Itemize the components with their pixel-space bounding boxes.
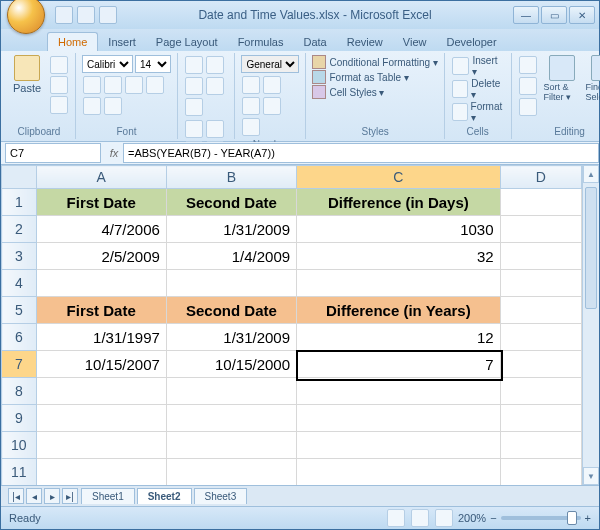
align-bottom-icon[interactable] — [185, 77, 203, 95]
cell-C9[interactable] — [297, 405, 501, 432]
cell-B2[interactable]: 1/31/2009 — [166, 216, 296, 243]
fx-icon[interactable]: fx — [105, 147, 123, 159]
row-header-1[interactable]: 1 — [2, 189, 37, 216]
number-format-select[interactable]: General — [241, 55, 299, 73]
cell-D9[interactable] — [500, 405, 581, 432]
cell-C1[interactable]: Difference (in Days) — [297, 189, 501, 216]
wrap-text-icon[interactable] — [185, 98, 203, 116]
office-button[interactable] — [7, 0, 45, 34]
tab-home[interactable]: Home — [47, 32, 98, 51]
tab-page-layout[interactable]: Page Layout — [146, 33, 228, 51]
tab-nav-prev-icon[interactable]: ◂ — [26, 488, 42, 504]
cell-D3[interactable] — [500, 243, 581, 270]
row-header-5[interactable]: 5 — [2, 297, 37, 324]
sheet-tab-sheet3[interactable]: Sheet3 — [194, 488, 248, 504]
copy-icon[interactable] — [50, 76, 68, 94]
align-top-icon[interactable] — [185, 56, 203, 74]
zoom-out-button[interactable]: − — [490, 512, 496, 524]
cell-D10[interactable] — [500, 432, 581, 459]
cell-A8[interactable] — [36, 378, 166, 405]
clear-icon[interactable] — [519, 98, 537, 116]
vertical-scrollbar[interactable]: ▲ ▼ — [582, 165, 599, 485]
font-size-select[interactable]: 14 — [135, 55, 171, 73]
bold-icon[interactable] — [83, 76, 101, 94]
fill-color-icon[interactable] — [83, 97, 101, 115]
col-header-A[interactable]: A — [36, 166, 166, 189]
cell-A11[interactable] — [36, 459, 166, 486]
cell-C2[interactable]: 1030 — [297, 216, 501, 243]
align-middle-icon[interactable] — [206, 56, 224, 74]
col-header-B[interactable]: B — [166, 166, 296, 189]
cell-D4[interactable] — [500, 270, 581, 297]
zoom-slider[interactable] — [501, 516, 581, 520]
format-as-table-button[interactable]: Format as Table ▾ — [312, 70, 408, 84]
qat-save-icon[interactable] — [55, 6, 73, 24]
row-header-10[interactable]: 10 — [2, 432, 37, 459]
col-header-C[interactable]: C — [297, 166, 501, 189]
tab-data[interactable]: Data — [293, 33, 336, 51]
cell-C10[interactable] — [297, 432, 501, 459]
align-left-icon[interactable] — [185, 120, 203, 138]
scroll-down-icon[interactable]: ▼ — [583, 467, 599, 485]
row-header-2[interactable]: 2 — [2, 216, 37, 243]
paste-button[interactable]: Paste — [9, 55, 45, 94]
dec-decimal-icon[interactable] — [242, 118, 260, 136]
cell-C3[interactable]: 32 — [297, 243, 501, 270]
minimize-button[interactable]: — — [513, 6, 539, 24]
insert-cells-button[interactable]: Insert ▾ — [451, 55, 505, 77]
fill-icon[interactable] — [519, 77, 537, 95]
cell-A5[interactable]: First Date — [36, 297, 166, 324]
cell-D6[interactable] — [500, 324, 581, 351]
cell-C6[interactable]: 12 — [297, 324, 501, 351]
row-header-3[interactable]: 3 — [2, 243, 37, 270]
font-name-select[interactable]: Calibri — [82, 55, 133, 73]
cut-icon[interactable] — [50, 56, 68, 74]
col-header-D[interactable]: D — [500, 166, 581, 189]
find-select-button[interactable]: Find & Select ▾ — [586, 55, 600, 102]
inc-decimal-icon[interactable] — [263, 97, 281, 115]
name-box[interactable]: C7 — [5, 143, 101, 163]
scroll-track[interactable] — [583, 183, 599, 467]
currency-icon[interactable] — [242, 76, 260, 94]
cell-C5[interactable]: Difference (in Years) — [297, 297, 501, 324]
cell-D11[interactable] — [500, 459, 581, 486]
tab-nav-last-icon[interactable]: ▸| — [62, 488, 78, 504]
tab-insert[interactable]: Insert — [98, 33, 146, 51]
cell-A6[interactable]: 1/31/1997 — [36, 324, 166, 351]
cell-B10[interactable] — [166, 432, 296, 459]
cell-A1[interactable]: First Date — [36, 189, 166, 216]
align-center-icon[interactable] — [206, 120, 224, 138]
tab-nav-next-icon[interactable]: ▸ — [44, 488, 60, 504]
row-header-9[interactable]: 9 — [2, 405, 37, 432]
close-button[interactable]: ✕ — [569, 6, 595, 24]
underline-icon[interactable] — [125, 76, 143, 94]
cell-D2[interactable] — [500, 216, 581, 243]
cell-B3[interactable]: 1/4/2009 — [166, 243, 296, 270]
cell-B5[interactable]: Second Date — [166, 297, 296, 324]
font-color-icon[interactable] — [104, 97, 122, 115]
border-icon[interactable] — [146, 76, 164, 94]
cell-A7[interactable]: 10/15/2007 — [36, 351, 166, 378]
scroll-up-icon[interactable]: ▲ — [583, 165, 599, 183]
cell-B8[interactable] — [166, 378, 296, 405]
conditional-formatting-button[interactable]: Conditional Formatting ▾ — [312, 55, 437, 69]
tab-view[interactable]: View — [393, 33, 437, 51]
cell-styles-button[interactable]: Cell Styles ▾ — [312, 85, 384, 99]
cell-D5[interactable] — [500, 297, 581, 324]
row-header-6[interactable]: 6 — [2, 324, 37, 351]
format-painter-icon[interactable] — [50, 96, 68, 114]
cell-C7[interactable]: 7 — [297, 351, 501, 378]
view-layout-icon[interactable] — [411, 509, 429, 527]
cell-B4[interactable] — [166, 270, 296, 297]
delete-cells-button[interactable]: Delete ▾ — [451, 78, 505, 100]
cell-B7[interactable]: 10/15/2000 — [166, 351, 296, 378]
zoom-in-button[interactable]: + — [585, 512, 591, 524]
sheet-tab-sheet2[interactable]: Sheet2 — [137, 488, 192, 504]
row-header-8[interactable]: 8 — [2, 378, 37, 405]
view-normal-icon[interactable] — [387, 509, 405, 527]
row-header-7[interactable]: 7 — [2, 351, 37, 378]
cell-C4[interactable] — [297, 270, 501, 297]
autosum-icon[interactable] — [519, 56, 537, 74]
cell-B9[interactable] — [166, 405, 296, 432]
formula-input[interactable]: =ABS(YEAR(B7) - YEAR(A7)) — [123, 143, 599, 163]
